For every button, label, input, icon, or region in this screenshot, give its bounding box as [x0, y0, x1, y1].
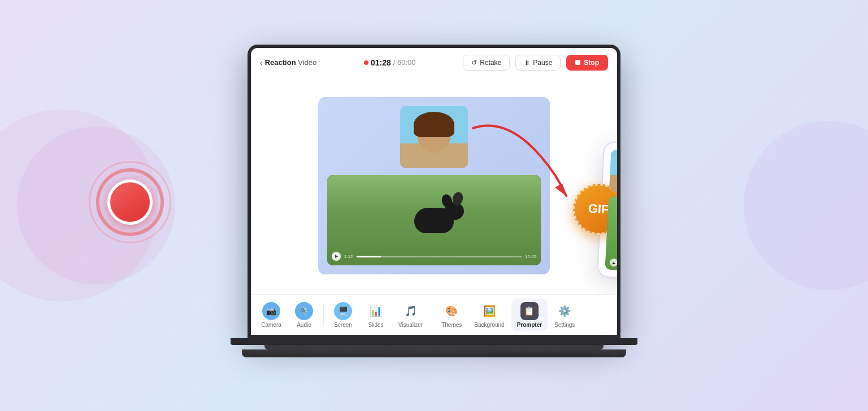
visualizer-icon: 🎵 — [402, 302, 420, 320]
toolbar-item-camera[interactable]: 📷 Camera — [255, 299, 287, 331]
prompter-icon: 📋 — [520, 302, 539, 320]
background-label: Background — [474, 322, 504, 328]
gif-play-button[interactable]: ▶ — [610, 259, 617, 267]
toolbar-actions: ↺ Retake ⏸ Pause Stop — [463, 55, 608, 71]
video-time-start: 2:12 — [344, 254, 353, 259]
laptop-screen-outer: ‹ Reaction Video 01:28 / 60:00 ↺ Retake … — [248, 45, 620, 338]
title-reaction: Reaction Video — [265, 58, 317, 67]
progress-bar[interactable] — [357, 256, 522, 257]
laptop-base-top — [231, 338, 637, 345]
pause-button[interactable]: ⏸ Pause — [515, 55, 561, 71]
video-controls: ▶ 2:12 15:25 — [332, 252, 536, 261]
prompter-label: Prompter — [517, 322, 542, 328]
camera-label: Camera — [261, 322, 281, 328]
person-face — [400, 106, 468, 168]
stop-icon — [575, 60, 580, 65]
video-area: ▶ 2:12 15:25 — [318, 97, 550, 274]
dog-head — [444, 202, 464, 220]
top-bar: ‹ Reaction Video 01:28 / 60:00 ↺ Retake … — [251, 48, 617, 77]
toolbar-item-settings[interactable]: ⚙️ Settings — [549, 299, 580, 331]
toolbar-item-screen[interactable]: 🖥️ Screen — [327, 299, 359, 331]
toolbar-item-visualizer[interactable]: 🎵 Visualizer — [393, 299, 428, 331]
audio-icon: 🎙️ — [295, 302, 313, 320]
slides-icon: 📊 — [367, 302, 385, 320]
stop-label: Stop — [584, 59, 599, 67]
gif-card-top: 🤣 — [609, 150, 617, 199]
toolbar-divider-1 — [323, 304, 324, 326]
back-arrow-icon: ‹ — [260, 58, 263, 67]
timer-section: 01:28 / 60:00 — [364, 58, 416, 67]
screen-label: Screen — [334, 322, 352, 328]
screen-icon: 🖥️ — [334, 302, 352, 320]
gif-card: GIF 🤣 — [597, 141, 617, 285]
video-time-end: 15:25 — [525, 254, 536, 259]
themes-label: Themes — [441, 322, 462, 328]
laptop-screen: ‹ Reaction Video 01:28 / 60:00 ↺ Retake … — [251, 48, 617, 335]
camera-feed — [400, 106, 468, 168]
gif-person-thumb — [609, 150, 617, 194]
audio-label: Audio — [297, 322, 311, 328]
record-dot-inner — [107, 180, 153, 225]
bottom-toolbar: 📷 Camera 🎙️ Audio 🖥️ Screen 📊 Slides — [251, 294, 617, 335]
main-content: ▶ 2:12 15:25 + — [251, 77, 617, 294]
laptop-hinge — [264, 345, 604, 349]
timer-current: 01:28 — [371, 58, 391, 67]
dog-ear-left — [440, 193, 454, 209]
pause-label: Pause — [533, 59, 552, 67]
progress-fill — [357, 256, 381, 257]
toolbar-item-slides[interactable]: 📊 Slides — [360, 299, 392, 331]
toolbar-item-themes[interactable]: 🎨 Themes — [436, 299, 467, 331]
reaction-video: ▶ 2:12 15:25 — [327, 175, 541, 265]
hair — [414, 112, 454, 137]
svg-marker-0 — [555, 183, 566, 196]
timer-total: / 60:00 — [393, 58, 416, 67]
settings-icon: ⚙️ — [555, 302, 574, 320]
retake-button[interactable]: ↺ Retake — [463, 55, 510, 71]
laptop-foot — [242, 349, 626, 357]
retake-label: Retake — [480, 59, 501, 67]
retake-icon: ↺ — [471, 59, 477, 67]
play-button[interactable]: ▶ — [332, 252, 341, 261]
toolbar-item-prompter[interactable]: 📋 Prompter — [511, 299, 548, 331]
toolbar-divider-2 — [432, 304, 432, 326]
themes-icon: 🎨 — [442, 302, 461, 320]
dog-body — [414, 208, 454, 233]
background-icon: 🖼️ — [480, 302, 498, 320]
back-button[interactable]: ‹ Reaction Video — [260, 58, 316, 67]
stop-button[interactable]: Stop — [566, 55, 608, 71]
camera-icon: 📷 — [262, 302, 280, 320]
dog-ear-right — [451, 191, 465, 207]
visualizer-label: Visualizer — [398, 322, 423, 328]
record-indicator — [96, 168, 164, 236]
settings-label: Settings — [554, 322, 575, 328]
pause-icon: ⏸ — [524, 59, 530, 66]
bg-decoration-right — [744, 121, 868, 290]
laptop-frame: ‹ Reaction Video 01:28 / 60:00 ↺ Retake … — [231, 45, 637, 372]
toolbar-item-audio[interactable]: 🎙️ Audio — [288, 299, 320, 331]
slides-label: Slides — [368, 322, 383, 328]
toolbar-item-background[interactable]: 🖼️ Background — [468, 299, 510, 331]
gif-video-controls: ▶ 2:12 — [610, 259, 617, 273]
laptop-base — [231, 338, 637, 372]
recording-dot — [364, 60, 368, 65]
gif-label: GIF — [588, 201, 609, 217]
record-dot-outer — [96, 168, 164, 236]
